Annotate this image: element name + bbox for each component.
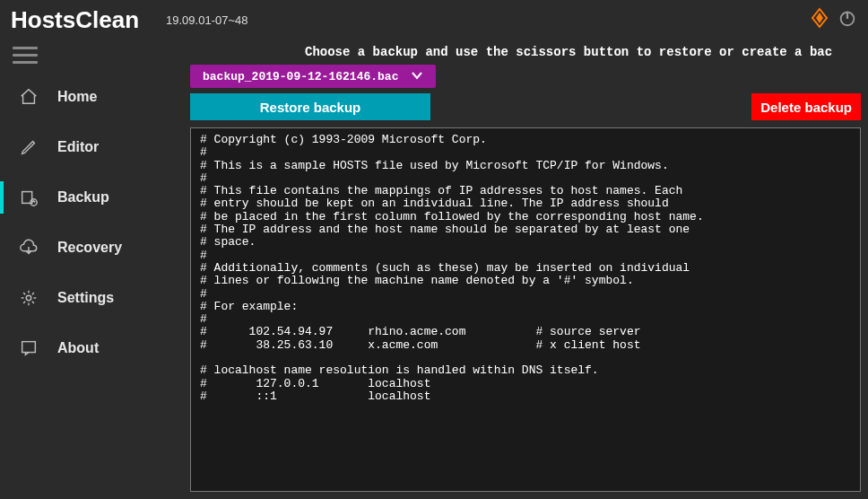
backup-icon [16,185,41,210]
action-row: Restore backup Delete backup [188,93,863,120]
sidebar-item-editor[interactable]: Editor [0,122,179,172]
menu-toggle[interactable] [13,47,38,65]
home-icon [16,84,41,109]
app-title: HostsClean [11,6,139,34]
pencil-icon [16,135,41,160]
main-area: Choose a backup and use the scissors but… [188,39,868,499]
svg-rect-5 [22,342,36,353]
sidebar-item-about[interactable]: About [0,323,179,373]
gear-icon [16,285,41,311]
sidebar-item-label: Backup [57,189,109,206]
sidebar-item-home[interactable]: Home [0,72,179,122]
restore-button[interactable]: Restore backup [190,93,430,120]
app-version: 19.09.01-07~48 [166,13,247,27]
sidebar: Home Editor Backup Recovery Settings Abo… [0,72,179,499]
sidebar-item-settings[interactable]: Settings [0,273,179,323]
top-bar: HostsClean 19.09.01-07~48 [0,0,868,39]
sidebar-item-backup[interactable]: Backup [0,172,179,223]
delete-button[interactable]: Delete backup [751,93,861,120]
power-icon[interactable] [838,8,857,32]
sidebar-item-label: Home [57,89,97,105]
sidebar-item-label: Editor [57,139,99,155]
chevron-down-icon [411,68,423,84]
svg-point-4 [26,295,31,301]
logo-icon[interactable] [809,7,830,33]
instruction-text: Choose a backup and use the scissors but… [188,39,863,65]
about-icon [16,336,41,361]
file-preview[interactable]: # Copyright (c) 1993-2009 Microsoft Corp… [190,127,861,492]
backup-dropdown[interactable]: backup_2019-09-12-162146.bac [190,65,436,88]
backup-dropdown-value: backup_2019-09-12-162146.bac [203,70,398,83]
sidebar-item-label: Recovery [57,240,122,256]
sidebar-item-recovery[interactable]: Recovery [0,223,179,273]
sidebar-item-label: About [57,340,99,356]
cloud-icon [16,235,41,260]
sidebar-item-label: Settings [57,290,114,306]
